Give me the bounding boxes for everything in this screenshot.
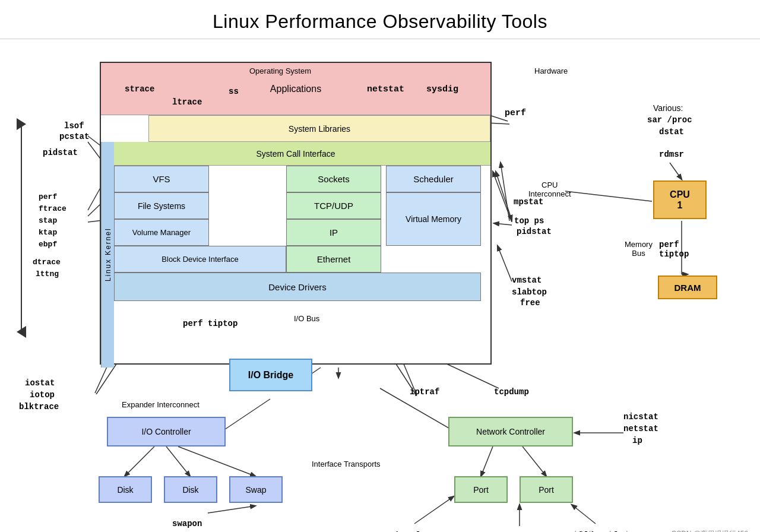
box-io-bridge: I/O Bridge bbox=[229, 359, 312, 391]
svg-line-27 bbox=[166, 446, 190, 476]
tool-blktrace: blktrace bbox=[19, 402, 59, 411]
footer: http://www.brendangregg.com CSDN @夜里慢慢行4… bbox=[575, 529, 748, 532]
tool-iptraf: iptraf bbox=[410, 387, 439, 397]
box-sockets: Sockets bbox=[286, 166, 381, 192]
applications-label: Applications bbox=[270, 84, 321, 94]
system-call-label: System Call Interface bbox=[256, 149, 335, 159]
svg-line-37 bbox=[565, 191, 652, 201]
tool-ip-cmd: ip bbox=[632, 436, 642, 445]
iobus-label: I/O Bus bbox=[294, 314, 319, 323]
tool-stap: stap bbox=[39, 216, 57, 225]
svg-line-36 bbox=[572, 505, 596, 524]
tool-sysdig: sysdig bbox=[426, 84, 458, 94]
tool-vmstat: vmstat bbox=[512, 276, 542, 285]
box-ethernet: Ethernet bbox=[286, 246, 381, 273]
tool-swapon: swapon bbox=[172, 519, 202, 528]
svg-line-16 bbox=[493, 172, 512, 222]
tool-sar-proc: sar /proc bbox=[647, 115, 692, 125]
tool-perf-tiptop-left: perf tiptop bbox=[183, 319, 238, 328]
box-volume-manager: Volume Manager bbox=[114, 219, 209, 246]
svg-line-28 bbox=[178, 446, 255, 476]
tool-strace: strace bbox=[125, 84, 154, 94]
box-block-device: Block Device Interface bbox=[114, 246, 286, 273]
box-io-controller: I/O Controller bbox=[107, 417, 226, 446]
tool-pidstat-top: pidstat bbox=[43, 148, 78, 157]
svg-line-32 bbox=[481, 446, 493, 476]
various-label: Various: bbox=[653, 103, 683, 113]
system-libraries-label: System Libraries bbox=[289, 124, 350, 134]
svg-line-17 bbox=[494, 223, 512, 225]
expander-label: Expander Interconnect bbox=[122, 400, 200, 409]
kernel-text: Linux Kernel bbox=[104, 228, 112, 282]
layer-system-call: System Call Interface bbox=[101, 142, 490, 166]
cpu-interconnect-label: CPUInterconnect bbox=[528, 180, 571, 198]
tool-netstat2: netstat bbox=[623, 424, 658, 433]
tool-lsof: lsof bbox=[64, 121, 84, 131]
tool-tcpdump: tcpdump bbox=[494, 387, 529, 397]
tool-iostat: iostat bbox=[25, 378, 55, 388]
interface-transports-label: Interface Transports bbox=[312, 460, 381, 468]
tool-perf: perf bbox=[39, 192, 57, 201]
box-ip: IP bbox=[286, 219, 381, 246]
tool-netstat: netstat bbox=[367, 84, 404, 94]
os-label: Operating System bbox=[249, 66, 311, 75]
svg-line-41 bbox=[496, 172, 512, 220]
double-arrow-icon bbox=[15, 115, 28, 341]
box-tcp-udp: TCP/UDP bbox=[286, 192, 381, 219]
box-disk1: Disk bbox=[99, 476, 152, 503]
svg-line-26 bbox=[125, 446, 154, 476]
tool-ltrace: ltrace bbox=[172, 97, 202, 107]
tool-nicstat: nicstat bbox=[623, 412, 658, 422]
svg-line-19 bbox=[498, 246, 512, 281]
box-vfs: VFS bbox=[114, 166, 209, 192]
box-cpu: CPU1 bbox=[653, 180, 707, 219]
tool-rdmsr: rdmsr bbox=[659, 150, 684, 159]
tool-ebpf: ebpf bbox=[39, 240, 57, 249]
box-port2: Port bbox=[520, 476, 573, 503]
svg-line-25 bbox=[220, 399, 270, 433]
tool-perf-top: perf bbox=[505, 108, 526, 118]
svg-line-33 bbox=[522, 446, 546, 476]
box-network-controller: Network Controller bbox=[448, 417, 573, 446]
box-swap: Swap bbox=[229, 476, 283, 503]
box-file-systems: File Systems bbox=[114, 192, 209, 219]
box-dram: DRAM bbox=[658, 276, 717, 299]
tool-ftrace: ftrace bbox=[39, 204, 66, 213]
box-scheduler: Scheduler bbox=[386, 166, 481, 192]
tool-ss: ss bbox=[229, 87, 239, 96]
kernel-side-label: Linux Kernel bbox=[101, 142, 114, 368]
tool-mpstat: mpstat bbox=[514, 197, 543, 207]
box-disk2: Disk bbox=[164, 476, 217, 503]
tool-dstat: dstat bbox=[659, 127, 684, 137]
svg-line-29 bbox=[208, 506, 255, 513]
tool-lttng: lttng bbox=[36, 270, 59, 278]
tool-pidstat-right: pidstat bbox=[517, 227, 552, 236]
memory-bus-label: MemoryBus bbox=[625, 240, 653, 258]
layer-system-libraries: System Libraries bbox=[148, 115, 490, 142]
box-device-drivers: Device Drivers bbox=[114, 273, 481, 301]
hardware-label: Hardware bbox=[534, 66, 568, 75]
tool-pcstat: pcstat bbox=[59, 132, 89, 141]
tool-free: free bbox=[520, 298, 540, 308]
tool-dtrace: dtrace bbox=[33, 258, 61, 267]
tool-slabtop: slabtop bbox=[512, 287, 547, 297]
svg-line-18 bbox=[501, 163, 509, 221]
tool-ktap: ktap bbox=[39, 228, 57, 237]
box-port1: Port bbox=[454, 476, 508, 503]
svg-line-34 bbox=[414, 496, 454, 524]
svg-line-38 bbox=[670, 163, 682, 179]
tool-perf-tiptop-right: perftiptop bbox=[659, 240, 689, 259]
box-virtual-memory: Virtual Memory bbox=[386, 192, 481, 246]
page-title: Linux Performance Observability Tools bbox=[0, 0, 760, 39]
tool-top-ps: top ps bbox=[514, 216, 544, 226]
tool-iotop: iotop bbox=[30, 390, 55, 400]
